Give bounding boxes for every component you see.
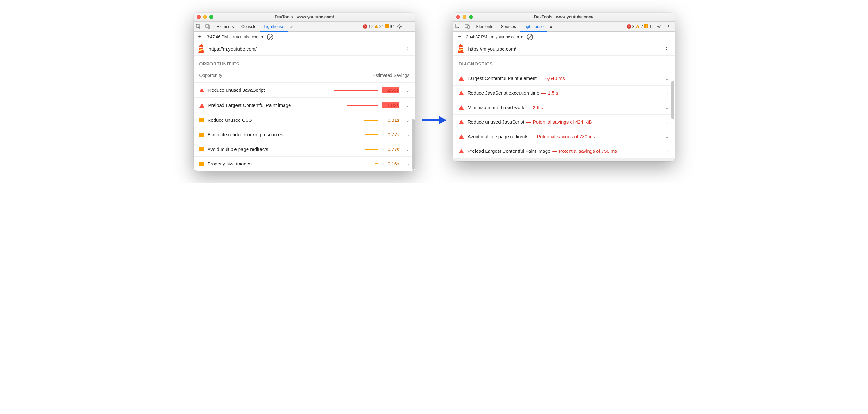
severity-fail-icon bbox=[459, 91, 464, 95]
zoom-icon[interactable] bbox=[469, 15, 473, 19]
device-icon[interactable] bbox=[203, 22, 213, 31]
report-url: https://m.youtube.com/ bbox=[468, 46, 517, 52]
device-icon[interactable] bbox=[463, 22, 472, 31]
url-bar: https://m.youtube.com/ ⋮ bbox=[453, 42, 675, 56]
savings-value: 2.59s bbox=[382, 87, 399, 93]
chevron-down-icon[interactable]: ⌄ bbox=[403, 118, 409, 123]
svg-rect-5 bbox=[200, 47, 203, 48]
savings-bar bbox=[334, 163, 378, 164]
diagnostic-title: Reduce unused JavaScript bbox=[468, 119, 524, 125]
tab-lighthouse[interactable]: Lighthouse bbox=[260, 22, 288, 32]
severity-average-icon bbox=[199, 118, 204, 122]
clear-icon[interactable] bbox=[527, 34, 533, 40]
chevron-down-icon[interactable]: ⌄ bbox=[403, 103, 409, 108]
lighthouse-icon bbox=[457, 44, 465, 54]
traffic-lights bbox=[456, 15, 473, 19]
opportunity-row[interactable]: Reduce unused JavaScript2.59s⌄ bbox=[194, 82, 415, 97]
tab-sources[interactable]: Sources bbox=[497, 22, 520, 31]
report-subbar: + 3:44:37 PM - m.youtube.com ▼ bbox=[453, 32, 675, 42]
chevron-down-icon[interactable]: ⌄ bbox=[403, 161, 409, 166]
diagnostic-value: Potential savings of 424 KiB bbox=[533, 119, 592, 125]
chevron-down-icon[interactable]: ⌄ bbox=[663, 76, 669, 81]
savings-value: 1.82s bbox=[382, 102, 399, 108]
severity-average-icon bbox=[199, 132, 204, 137]
chevron-down-icon[interactable]: ⌄ bbox=[663, 91, 669, 96]
diagnostic-row[interactable]: Largest Contentful Paint element—6,640 m… bbox=[453, 71, 675, 85]
scrollbar[interactable] bbox=[412, 119, 414, 169]
chevron-down-icon: ▼ bbox=[261, 35, 264, 39]
url-bar: https://m.youtube.com/ ⋮ bbox=[194, 42, 415, 56]
tab-elements[interactable]: Elements bbox=[213, 22, 238, 31]
diagnostic-value: 6,640 ms bbox=[545, 75, 565, 81]
tab-elements[interactable]: Elements bbox=[472, 22, 497, 31]
status-group: ✕10 24 !97 ⋮ bbox=[363, 23, 415, 31]
scrollbar[interactable] bbox=[672, 81, 674, 119]
dash-separator: — bbox=[550, 148, 559, 154]
gear-icon[interactable] bbox=[655, 23, 663, 31]
report-selector[interactable]: 3:47:46 PM - m.youtube.com ▼ bbox=[207, 34, 264, 39]
close-icon[interactable] bbox=[456, 15, 460, 19]
more-tabs-icon[interactable]: » bbox=[548, 24, 555, 29]
clear-icon[interactable] bbox=[267, 34, 273, 40]
tab-lighthouse[interactable]: Lighthouse bbox=[520, 22, 548, 32]
opportunity-row[interactable]: Preload Largest Contentful Paint image1.… bbox=[194, 97, 415, 113]
inspect-icon[interactable] bbox=[194, 22, 203, 31]
error-count[interactable]: ✕8 bbox=[627, 24, 634, 29]
inspect-icon[interactable] bbox=[453, 22, 463, 31]
minimize-icon[interactable] bbox=[463, 15, 466, 19]
gear-icon[interactable] bbox=[396, 23, 404, 31]
chevron-down-icon[interactable]: ⌄ bbox=[663, 105, 669, 110]
opportunity-row[interactable]: Eliminate render-blocking resources0.77s… bbox=[194, 127, 415, 142]
savings-bar bbox=[334, 90, 378, 91]
report-menu-icon[interactable]: ⋮ bbox=[403, 45, 411, 53]
tabstrip: Elements Console Lighthouse » ✕10 24 !97… bbox=[194, 22, 415, 32]
diagnostic-row[interactable]: Avoid multiple page redirects—Potential … bbox=[453, 129, 675, 144]
severity-fail-icon bbox=[459, 149, 464, 153]
new-report-button[interactable]: + bbox=[456, 33, 463, 40]
minimize-icon[interactable] bbox=[203, 15, 207, 19]
diagnostic-row[interactable]: Minimize main-thread work—2.6 s⌄ bbox=[453, 100, 675, 115]
report-selector[interactable]: 3:44:37 PM - m.youtube.com ▼ bbox=[466, 34, 523, 39]
col-opportunity: Opportunity bbox=[199, 73, 222, 78]
warning-count[interactable]: 24 bbox=[374, 24, 383, 29]
error-count[interactable]: ✕10 bbox=[363, 24, 372, 29]
chevron-down-icon[interactable]: ⌄ bbox=[663, 149, 669, 154]
info-count[interactable]: !10 bbox=[644, 24, 653, 29]
arrow-icon bbox=[422, 116, 447, 125]
close-icon[interactable] bbox=[197, 15, 200, 19]
diagnostic-row[interactable]: Reduce unused JavaScript—Potential savin… bbox=[453, 115, 675, 129]
traffic-lights bbox=[197, 15, 213, 19]
chevron-down-icon[interactable]: ⌄ bbox=[663, 120, 669, 125]
chevron-down-icon[interactable]: ⌄ bbox=[403, 147, 409, 152]
kebab-icon[interactable]: ⋮ bbox=[664, 23, 673, 31]
chevron-down-icon[interactable]: ⌄ bbox=[663, 134, 669, 139]
diagnostic-title: Avoid multiple page redirects bbox=[468, 134, 528, 139]
savings-value: 0.77s bbox=[382, 132, 399, 137]
diagnostic-row[interactable]: Reduce JavaScript execution time—1.5 s⌄ bbox=[453, 85, 675, 100]
report-menu-icon[interactable]: ⋮ bbox=[663, 45, 671, 53]
diagnostic-title: Largest Contentful Paint element bbox=[468, 75, 537, 81]
zoom-icon[interactable] bbox=[210, 15, 213, 19]
opportunity-row[interactable]: Properly size images0.16s⌄ bbox=[194, 156, 415, 171]
svg-marker-9 bbox=[439, 116, 447, 124]
opportunity-title: Preload Largest Contentful Paint image bbox=[208, 102, 330, 108]
tab-console[interactable]: Console bbox=[238, 22, 260, 31]
info-count[interactable]: !97 bbox=[385, 24, 394, 29]
opportunity-row[interactable]: Reduce unused CSS0.81s⌄ bbox=[194, 113, 415, 127]
lighthouse-icon bbox=[197, 44, 205, 54]
opportunity-title: Avoid multiple page redirects bbox=[208, 147, 330, 152]
svg-rect-15 bbox=[460, 47, 462, 48]
new-report-button[interactable]: + bbox=[196, 33, 204, 40]
diagnostic-row[interactable]: Preload Largest Contentful Paint image—P… bbox=[453, 144, 675, 158]
chevron-down-icon[interactable]: ⌄ bbox=[403, 132, 409, 137]
chevron-down-icon[interactable]: ⌄ bbox=[403, 88, 409, 93]
more-tabs-icon[interactable]: » bbox=[288, 24, 295, 29]
kebab-icon[interactable]: ⋮ bbox=[405, 23, 413, 31]
svg-rect-12 bbox=[468, 26, 469, 28]
opportunity-row[interactable]: Avoid multiple page redirects0.77s⌄ bbox=[194, 142, 415, 156]
horizontal-scrollbar[interactable] bbox=[453, 158, 675, 161]
severity-fail-icon bbox=[459, 105, 464, 110]
savings-bar bbox=[334, 134, 378, 135]
diagnostic-value: 1.5 s bbox=[548, 90, 558, 96]
warning-count[interactable]: 7 bbox=[636, 24, 643, 29]
